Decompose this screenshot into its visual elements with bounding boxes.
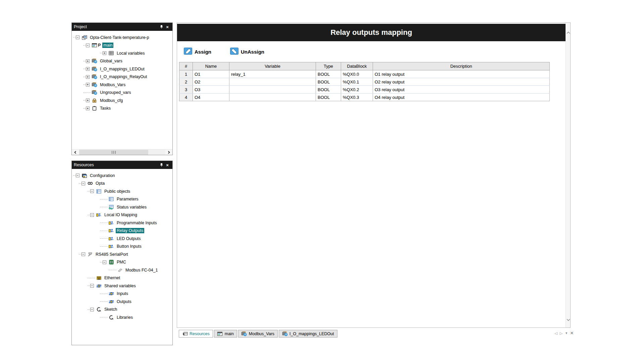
collapse-icon[interactable]: − (90, 189, 94, 193)
scroll-right-icon[interactable] (165, 149, 172, 155)
tree-item-parameters[interactable]: Parameters (72, 195, 172, 203)
cell-datablock[interactable]: %QX0.0 (341, 70, 373, 78)
program-icon (92, 43, 97, 48)
tree-item-opta-client-tank-temperature-p[interactable]: −Opta-Client-Tank-temperature-p (72, 34, 172, 42)
cell-description[interactable]: O1 relay output (373, 70, 550, 78)
tree-item-programmable-inputs[interactable]: Programmable Inputs (72, 219, 172, 227)
cell-type[interactable]: BOOL (316, 70, 341, 78)
row-number-cell[interactable]: 3 (179, 86, 193, 94)
cell-datablock[interactable]: %QX0.2 (341, 86, 373, 94)
assign-button[interactable]: Assign (184, 48, 211, 56)
global-vars-icon: G (92, 90, 97, 95)
tree-item-i-o-mappings-relayout[interactable]: +GI_O_mappings_RelayOut (72, 73, 172, 81)
cell-description[interactable]: O4 relay output (373, 94, 550, 101)
unassign-button[interactable]: UnAssign (230, 48, 264, 56)
configuration-icon (82, 173, 87, 178)
expand-icon[interactable]: + (86, 83, 90, 86)
project-horizontal-scrollbar[interactable] (72, 149, 172, 155)
cell-name[interactable]: O4 (193, 94, 229, 101)
tree-item-main[interactable]: −Pmain (72, 42, 172, 50)
tree-item-outputs[interactable]: Outputs (72, 298, 172, 306)
cell-variable[interactable] (229, 78, 316, 86)
tree-item-global-vars[interactable]: +GGlobal_vars (72, 57, 172, 65)
sketch-icon (96, 307, 102, 312)
cell-variable[interactable] (229, 86, 316, 94)
collapse-icon[interactable]: − (103, 260, 106, 264)
tab-list-dropdown-icon[interactable]: ▼ (565, 331, 568, 335)
tree-item-pmc[interactable]: −PMC (72, 258, 172, 266)
row-number-cell[interactable]: 1 (179, 70, 193, 78)
pin-icon[interactable] (158, 162, 164, 168)
cell-type[interactable]: BOOL (316, 94, 341, 101)
tree-item-local-io-mapping[interactable]: −Local IO Mapping (72, 211, 172, 219)
collapse-icon[interactable]: − (90, 213, 94, 217)
tree-item-modbus-cfg[interactable]: +Modbus_cfg (72, 97, 172, 105)
cell-variable[interactable]: relay_1 (229, 70, 316, 78)
cell-type[interactable]: BOOL (316, 86, 341, 94)
tree-item-ungrouped-vars[interactable]: GUngrouped_vars (72, 89, 172, 97)
collapse-icon[interactable]: − (86, 44, 90, 47)
tab-close-icon[interactable]: × (570, 331, 574, 336)
tree-item-modbus-vars[interactable]: +GModbus_Vars (72, 81, 172, 89)
tab-resources[interactable]: Resources (179, 330, 213, 338)
expand-icon[interactable]: + (86, 99, 90, 102)
cell-description[interactable]: O2 relay output (373, 78, 550, 86)
tree-item-label: RS485 SerialPort (95, 252, 129, 257)
scroll-left-icon[interactable] (72, 149, 79, 155)
collapse-icon[interactable]: − (90, 284, 94, 288)
tree-item-tasks[interactable]: +Tasks (72, 105, 172, 113)
row-number-cell[interactable]: 4 (179, 94, 193, 101)
cell-description[interactable]: O3 relay output (373, 86, 550, 94)
tree-item-modbus-fc-04-1[interactable]: Modbus FC-04_1 (72, 266, 172, 274)
expand-icon[interactable]: + (86, 59, 90, 63)
tab-i-o-mappings-ledout[interactable]: GI_O_mappings_LEDOut (279, 330, 337, 338)
io-mapping-icon (96, 213, 102, 218)
collapse-icon[interactable]: − (76, 36, 79, 39)
cell-name[interactable]: O2 (193, 78, 229, 86)
tree-item-public-objects[interactable]: −Public objects (72, 187, 172, 195)
collapse-icon[interactable]: − (82, 182, 85, 185)
tree-item-local-variables[interactable]: +Local variables (72, 49, 172, 57)
editor-vertical-scrollbar[interactable] (566, 23, 570, 327)
tree-guide (83, 69, 86, 69)
tab-modbus-vars[interactable]: GModbus_Vars (238, 330, 278, 338)
close-icon[interactable]: × (164, 24, 170, 29)
tree-item-opta[interactable]: −Opta (72, 180, 172, 188)
tab-scroll-right-icon[interactable]: ▷ (560, 331, 562, 336)
cell-datablock[interactable]: %QX0.3 (341, 94, 373, 101)
tree-item-i-o-mappings-ledout[interactable]: +GI_O_mappings_LEDOut (72, 65, 172, 73)
tree-item-status-variables[interactable]: Status variables (72, 203, 172, 211)
tree-item-button-inputs[interactable]: Button Inputs (72, 243, 172, 251)
tab-scroll-left-icon[interactable]: ◁ (554, 331, 557, 336)
tree-item-relay-outputs[interactable]: Relay Outputs (72, 227, 172, 235)
tree-item-libraries[interactable]: Libraries (72, 313, 172, 321)
pin-icon[interactable] (158, 24, 164, 29)
cell-type[interactable]: BOOL (316, 78, 341, 86)
collapse-icon[interactable]: − (90, 308, 94, 311)
cell-datablock[interactable]: %QX0.1 (341, 78, 373, 86)
collapse-icon[interactable]: − (76, 174, 79, 177)
tree-item-inputs[interactable]: Inputs (72, 290, 172, 298)
tab-main[interactable]: main (214, 330, 237, 338)
tree-guide (100, 246, 103, 247)
row-number-cell[interactable]: 2 (179, 78, 193, 86)
tree-item-led-outputs[interactable]: LED Outputs (72, 235, 172, 243)
cell-name[interactable]: O1 (193, 70, 229, 78)
expand-icon[interactable]: + (86, 67, 90, 71)
expand-icon[interactable]: + (86, 75, 90, 79)
tree-item-rs485-serialport[interactable]: −RS485 SerialPort (72, 250, 172, 258)
tree-item-sketch[interactable]: −Sketch (72, 306, 172, 314)
cell-variable[interactable] (229, 94, 316, 101)
tree-item-configuration[interactable]: −Configuration (72, 172, 172, 180)
tree-item-shared-variables[interactable]: −Shared variables (72, 282, 172, 290)
expand-icon[interactable]: + (86, 107, 90, 110)
cell-name[interactable]: O3 (193, 86, 229, 94)
expand-icon[interactable]: + (103, 51, 106, 55)
scrollbar-thumb[interactable] (79, 150, 148, 155)
scroll-down-icon[interactable] (566, 316, 570, 323)
collapse-icon[interactable]: − (82, 252, 85, 256)
close-icon[interactable]: × (164, 162, 170, 168)
column-header-type: Type (316, 62, 341, 70)
tree-item-ethernet[interactable]: Ethernet (72, 274, 172, 282)
scroll-up-icon[interactable] (566, 29, 570, 36)
